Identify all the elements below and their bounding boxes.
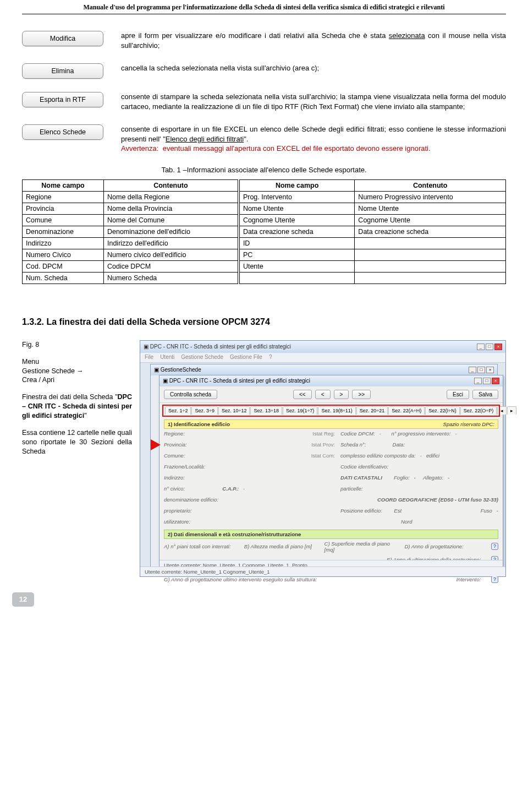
btn-controlla-scheda[interactable]: Controlla scheda	[164, 390, 217, 399]
tab-scroll[interactable]: ▸	[507, 406, 516, 415]
mdi2-min[interactable]: _	[474, 378, 482, 384]
table-cell	[355, 249, 506, 260]
def-esporta: Esporta in RTF consente di stampare la s…	[22, 92, 506, 111]
btn-elimina[interactable]: Elimina	[22, 63, 103, 79]
table-cell: Regione	[23, 191, 104, 203]
def-elenco: Elenco Schede consente di esportare in u…	[22, 124, 506, 154]
tabs-strip: Sez. 1÷2Sez. 3÷9Sez. 10÷12Sez. 13÷18Sez.…	[163, 405, 499, 416]
btn-modifica[interactable]: Modifica	[22, 31, 103, 46]
tab-sez[interactable]: Sez. 19(1÷7)	[283, 406, 317, 415]
btn-esci[interactable]: Esci	[447, 390, 469, 399]
app-icon: ▣	[144, 344, 148, 350]
help-icon[interactable]: ?	[491, 576, 498, 583]
mdi1-min[interactable]: _	[469, 367, 476, 373]
table-cell: Provincia	[23, 203, 104, 214]
tab-sez[interactable]: Sez. 3÷9	[191, 406, 217, 415]
menu-utenti[interactable]: Utenti	[160, 354, 174, 361]
def-esporta-text: consente di stampare la scheda seleziona…	[107, 92, 506, 111]
th-nome2: Nome campo	[239, 179, 355, 191]
table-cell: Denominazione	[23, 226, 104, 237]
table-cell	[355, 260, 506, 272]
tab-sez[interactable]: Sez. 1÷2	[165, 406, 191, 415]
mdi1-titlebar: ▣ GestioneSchede _ □ ×	[151, 364, 497, 375]
avvertenza-text: eventuali messaggi all'apertura con EXCE…	[163, 144, 431, 152]
table-cell: Data creazione scheda	[239, 226, 355, 237]
table-cell: Denominazione dell'edificio	[103, 226, 238, 237]
sec1-header: 1) Identificazione edificioSpazio riserv…	[164, 419, 498, 429]
fig-desc: Finestra dei dati della Scheda "DPC – CN…	[22, 393, 132, 421]
def-elenco-text: consente di esportare in un file EXCEL u…	[107, 124, 506, 154]
menu-file[interactable]: File	[145, 354, 153, 361]
tab-sez[interactable]: Sez. 22(O÷P)	[460, 406, 497, 415]
app-title: DPC - CNR ITC - Scheda di sintesi per gl…	[150, 344, 476, 350]
tab-sez[interactable]: Sez. 19(8÷11)	[318, 406, 355, 415]
tab-sez[interactable]: Sez. 20÷21	[356, 406, 388, 415]
table-cell: Utente	[239, 260, 355, 272]
close-button[interactable]: ×	[494, 344, 502, 350]
btn-elenco-schede[interactable]: Elenco Schede	[22, 124, 103, 140]
fig-note: Essa contiene 12 cartelle nelle quali so…	[22, 428, 132, 456]
btn-last[interactable]: >>	[352, 390, 371, 399]
table-cell: Cod. DPCM	[23, 260, 104, 272]
table-cell: PC	[239, 249, 355, 260]
btn-esporta-rtf[interactable]: Esporta in RTF	[22, 92, 103, 107]
tab-sez[interactable]: Sez. 22(I÷N)	[425, 406, 459, 415]
mdi2-titlebar: ▣ DPC - CNR ITC - Scheda di sintesi per …	[160, 375, 503, 386]
tab-sez[interactable]: Sez. 22(A÷H)	[388, 406, 425, 415]
btn-salva[interactable]: Salva	[472, 390, 498, 399]
table-cell: Comune	[23, 214, 104, 226]
sec2-header: 2) Dati dimensionali e età costruzione/r…	[164, 530, 498, 539]
definitions-block: Modifica apre il form per visualizzare e…	[22, 31, 506, 154]
mdi-scheda: ▣ DPC - CNR ITC - Scheda di sintesi per …	[159, 375, 503, 570]
table-cell: ID	[239, 237, 355, 249]
avvertenza-label: Avvertenza:	[121, 144, 158, 152]
table-cell: Data creazione scheda	[355, 226, 506, 237]
btn-first[interactable]: <<	[293, 390, 312, 399]
figure-caption-col: Fig. 8 Menu Gestione Schede → Crea / Apr…	[22, 340, 132, 464]
th-nome1: Nome campo	[23, 179, 104, 191]
maximize-button[interactable]: □	[486, 344, 493, 350]
table-cell: Numero Scheda	[103, 272, 238, 284]
table-cell: Numero civico dell'edificio	[103, 249, 238, 260]
table-cell: Indirizzo	[23, 237, 104, 249]
minimize-button[interactable]: _	[477, 344, 485, 350]
tab-sez[interactable]: Sez. 10÷12	[218, 406, 250, 415]
menu-help[interactable]: ?	[269, 354, 272, 361]
statusbar-outer: Utente corrente: Nome_Utente_1 Cognome_U…	[140, 566, 505, 576]
btn-next[interactable]: >	[334, 390, 349, 399]
red-arrow-icon	[151, 439, 161, 450]
page-number: 12	[12, 592, 34, 607]
table-cell: Num. Scheda	[23, 272, 104, 284]
mdi2-toolbar: Controlla scheda << < > >> Esci Salva	[160, 386, 503, 403]
table-cell	[355, 237, 506, 249]
def-modifica-text: apre il form per visualizzare e/o modifi…	[107, 31, 506, 50]
table-cell: Numero Civico	[23, 249, 104, 260]
tab-scroll[interactable]: ◂	[497, 406, 507, 415]
btn-prev[interactable]: <	[315, 390, 331, 399]
section-heading: 1.3.2. La finestra dei dati della Scheda…	[22, 317, 506, 327]
table-cell: Prog. Intervento	[239, 191, 355, 203]
th-cont2: Contenuto	[355, 179, 506, 191]
mdi2-close[interactable]: ×	[492, 378, 499, 384]
mdi2-max[interactable]: □	[483, 378, 491, 384]
table-cell	[239, 272, 355, 284]
fig-menu-path: Menu Gestione Schede → Crea / Apri	[22, 357, 132, 385]
fig-number: Fig. 8	[22, 340, 132, 350]
mdi1-max[interactable]: □	[477, 367, 485, 373]
page-header: Manuale d'uso del programma per l'inform…	[22, 0, 506, 14]
table-cell: Nome del Comune	[103, 214, 238, 226]
table-cell: Codice DPCM	[103, 260, 238, 272]
mdi1-close[interactable]: ×	[486, 367, 494, 373]
menu-gestione-schede[interactable]: Gestione Schede	[181, 354, 223, 361]
def-elimina-text: cancella la scheda selezionata nella vis…	[107, 63, 506, 73]
table-cell: Nome Utente	[239, 203, 355, 214]
def-elimina: Elimina cancella la scheda selezionata n…	[22, 63, 506, 79]
help-icon[interactable]: ?	[491, 543, 498, 550]
table-cell: Nome Utente	[355, 203, 506, 214]
table-cell: Indirizzo dell'edificio	[103, 237, 238, 249]
table-cell: Cognome Utente	[239, 214, 355, 226]
info-table: Nome campo Contenuto Nome campo Contenut…	[22, 179, 506, 284]
tab-sez[interactable]: Sez. 13÷18	[250, 406, 282, 415]
menu-gestione-file[interactable]: Gestione File	[230, 354, 262, 361]
figure-row: Fig. 8 Menu Gestione Schede → Crea / Apr…	[22, 340, 506, 577]
